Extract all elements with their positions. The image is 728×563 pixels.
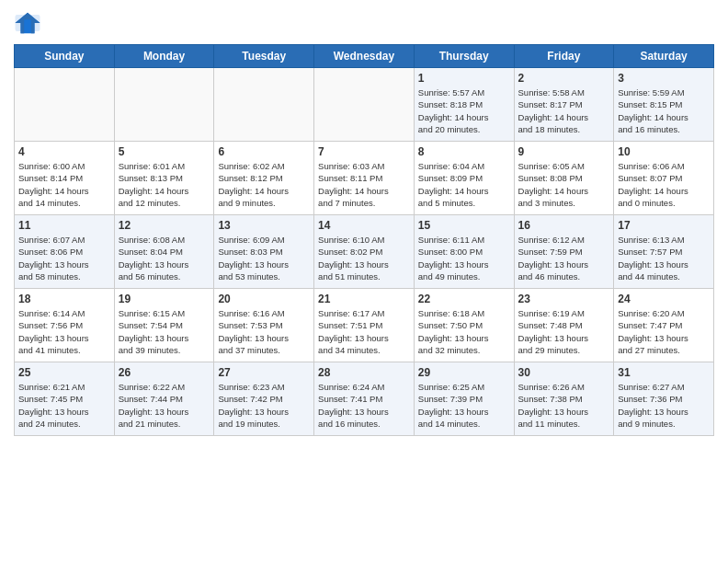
day-info: Sunrise: 6:25 AM Sunset: 7:39 PM Dayligh…	[418, 381, 510, 430]
logo	[14, 9, 43, 37]
calendar-cell: 19Sunrise: 6:15 AM Sunset: 7:54 PM Dayli…	[114, 289, 214, 362]
day-number: 23	[518, 293, 610, 305]
calendar-cell: 8Sunrise: 6:04 AM Sunset: 8:09 PM Daylig…	[414, 142, 514, 215]
day-info: Sunrise: 6:00 AM Sunset: 8:14 PM Dayligh…	[18, 160, 110, 209]
calendar-cell: 16Sunrise: 6:12 AM Sunset: 7:59 PM Dayli…	[514, 215, 614, 289]
day-number: 17	[618, 219, 710, 232]
day-number: 2	[518, 72, 610, 85]
day-number: 15	[418, 219, 510, 232]
calendar-cell: 28Sunrise: 6:24 AM Sunset: 7:41 PM Dayli…	[314, 362, 415, 436]
day-number: 6	[218, 145, 310, 158]
day-info: Sunrise: 6:13 AM Sunset: 7:57 PM Dayligh…	[618, 234, 710, 282]
day-number: 27	[218, 366, 310, 379]
day-info: Sunrise: 6:21 AM Sunset: 7:45 PM Dayligh…	[18, 381, 110, 430]
day-info: Sunrise: 5:57 AM Sunset: 8:18 PM Dayligh…	[418, 86, 510, 135]
col-header-sunday: Sunday	[15, 45, 115, 68]
day-number: 25	[18, 366, 110, 379]
calendar-cell: 11Sunrise: 6:07 AM Sunset: 8:06 PM Dayli…	[15, 215, 115, 289]
day-number: 5	[119, 145, 210, 158]
day-info: Sunrise: 6:20 AM Sunset: 7:47 PM Dayligh…	[618, 307, 710, 356]
calendar-cell: 5Sunrise: 6:01 AM Sunset: 8:13 PM Daylig…	[114, 142, 214, 215]
day-number: 16	[518, 219, 610, 232]
day-number: 18	[18, 293, 110, 305]
day-info: Sunrise: 6:19 AM Sunset: 7:48 PM Dayligh…	[518, 307, 610, 356]
day-number: 26	[119, 366, 210, 379]
day-info: Sunrise: 6:12 AM Sunset: 7:59 PM Dayligh…	[518, 234, 610, 282]
calendar-cell: 23Sunrise: 6:19 AM Sunset: 7:48 PM Dayli…	[514, 289, 614, 362]
calendar-cell: 4Sunrise: 6:00 AM Sunset: 8:14 PM Daylig…	[15, 142, 115, 215]
day-number: 8	[418, 145, 510, 158]
calendar-cell: 1Sunrise: 5:57 AM Sunset: 8:18 PM Daylig…	[414, 68, 514, 142]
calendar-cell	[214, 68, 314, 142]
day-number: 29	[418, 366, 510, 379]
calendar-cell	[314, 68, 415, 142]
calendar-cell: 15Sunrise: 6:11 AM Sunset: 8:00 PM Dayli…	[414, 215, 514, 289]
day-number: 31	[618, 366, 710, 379]
calendar-cell: 10Sunrise: 6:06 AM Sunset: 8:07 PM Dayli…	[614, 142, 714, 215]
day-number: 24	[618, 293, 710, 305]
day-info: Sunrise: 6:23 AM Sunset: 7:42 PM Dayligh…	[218, 381, 310, 430]
calendar-cell: 30Sunrise: 6:26 AM Sunset: 7:38 PM Dayli…	[514, 362, 614, 436]
day-info: Sunrise: 6:24 AM Sunset: 7:41 PM Dayligh…	[318, 381, 410, 430]
week-row-2: 4Sunrise: 6:00 AM Sunset: 8:14 PM Daylig…	[15, 142, 714, 215]
day-number: 3	[618, 72, 710, 85]
calendar-cell: 6Sunrise: 6:02 AM Sunset: 8:12 PM Daylig…	[214, 142, 314, 215]
header	[14, 9, 714, 37]
calendar-cell	[15, 68, 115, 142]
day-number: 20	[218, 293, 310, 305]
calendar-cell: 25Sunrise: 6:21 AM Sunset: 7:45 PM Dayli…	[15, 362, 115, 436]
day-info: Sunrise: 5:58 AM Sunset: 8:17 PM Dayligh…	[518, 86, 610, 135]
day-info: Sunrise: 5:59 AM Sunset: 8:15 PM Dayligh…	[618, 86, 710, 135]
calendar-cell: 24Sunrise: 6:20 AM Sunset: 7:47 PM Dayli…	[614, 289, 714, 362]
calendar-cell: 17Sunrise: 6:13 AM Sunset: 7:57 PM Dayli…	[614, 215, 714, 289]
day-number: 14	[318, 219, 410, 232]
day-number: 7	[318, 145, 410, 158]
calendar-cell: 29Sunrise: 6:25 AM Sunset: 7:39 PM Dayli…	[414, 362, 514, 436]
day-info: Sunrise: 6:18 AM Sunset: 7:50 PM Dayligh…	[418, 307, 510, 356]
day-info: Sunrise: 6:02 AM Sunset: 8:12 PM Dayligh…	[218, 160, 310, 209]
week-row-5: 25Sunrise: 6:21 AM Sunset: 7:45 PM Dayli…	[15, 362, 714, 436]
col-header-wednesday: Wednesday	[314, 45, 415, 68]
col-header-tuesday: Tuesday	[214, 45, 314, 68]
calendar-cell: 18Sunrise: 6:14 AM Sunset: 7:56 PM Dayli…	[15, 289, 115, 362]
day-info: Sunrise: 6:16 AM Sunset: 7:53 PM Dayligh…	[218, 307, 310, 356]
day-info: Sunrise: 6:06 AM Sunset: 8:07 PM Dayligh…	[618, 160, 710, 209]
calendar-cell: 14Sunrise: 6:10 AM Sunset: 8:02 PM Dayli…	[314, 215, 415, 289]
calendar-cell	[114, 68, 214, 142]
day-info: Sunrise: 6:05 AM Sunset: 8:08 PM Dayligh…	[518, 160, 610, 209]
calendar-cell: 27Sunrise: 6:23 AM Sunset: 7:42 PM Dayli…	[214, 362, 314, 436]
calendar-cell: 2Sunrise: 5:58 AM Sunset: 8:17 PM Daylig…	[514, 68, 614, 142]
day-number: 21	[318, 293, 410, 305]
day-number: 1	[418, 72, 510, 85]
day-number: 12	[119, 219, 210, 232]
col-header-friday: Friday	[514, 45, 614, 68]
day-info: Sunrise: 6:04 AM Sunset: 8:09 PM Dayligh…	[418, 160, 510, 209]
page: SundayMondayTuesdayWednesdayThursdayFrid…	[0, 0, 728, 445]
day-info: Sunrise: 6:10 AM Sunset: 8:02 PM Dayligh…	[318, 234, 410, 282]
day-info: Sunrise: 6:11 AM Sunset: 8:00 PM Dayligh…	[418, 234, 510, 282]
day-info: Sunrise: 6:07 AM Sunset: 8:06 PM Dayligh…	[18, 234, 110, 282]
calendar-cell: 20Sunrise: 6:16 AM Sunset: 7:53 PM Dayli…	[214, 289, 314, 362]
calendar-cell: 13Sunrise: 6:09 AM Sunset: 8:03 PM Dayli…	[214, 215, 314, 289]
calendar-cell: 12Sunrise: 6:08 AM Sunset: 8:04 PM Dayli…	[114, 215, 214, 289]
day-number: 28	[318, 366, 410, 379]
day-number: 22	[418, 293, 510, 305]
day-info: Sunrise: 6:27 AM Sunset: 7:36 PM Dayligh…	[618, 381, 710, 430]
calendar-cell: 3Sunrise: 5:59 AM Sunset: 8:15 PM Daylig…	[614, 68, 714, 142]
day-number: 10	[618, 145, 710, 158]
logo-icon	[14, 9, 41, 37]
day-info: Sunrise: 6:01 AM Sunset: 8:13 PM Dayligh…	[119, 160, 210, 209]
col-header-thursday: Thursday	[414, 45, 514, 68]
calendar-cell: 21Sunrise: 6:17 AM Sunset: 7:51 PM Dayli…	[314, 289, 415, 362]
day-info: Sunrise: 6:26 AM Sunset: 7:38 PM Dayligh…	[518, 381, 610, 430]
calendar-cell: 22Sunrise: 6:18 AM Sunset: 7:50 PM Dayli…	[414, 289, 514, 362]
day-number: 11	[18, 219, 110, 232]
day-info: Sunrise: 6:08 AM Sunset: 8:04 PM Dayligh…	[119, 234, 210, 282]
day-info: Sunrise: 6:14 AM Sunset: 7:56 PM Dayligh…	[18, 307, 110, 356]
day-info: Sunrise: 6:22 AM Sunset: 7:44 PM Dayligh…	[119, 381, 210, 430]
calendar-cell: 26Sunrise: 6:22 AM Sunset: 7:44 PM Dayli…	[114, 362, 214, 436]
calendar-cell: 31Sunrise: 6:27 AM Sunset: 7:36 PM Dayli…	[614, 362, 714, 436]
day-info: Sunrise: 6:03 AM Sunset: 8:11 PM Dayligh…	[318, 160, 410, 209]
week-row-4: 18Sunrise: 6:14 AM Sunset: 7:56 PM Dayli…	[15, 289, 714, 362]
calendar-table: SundayMondayTuesdayWednesdayThursdayFrid…	[14, 44, 714, 436]
